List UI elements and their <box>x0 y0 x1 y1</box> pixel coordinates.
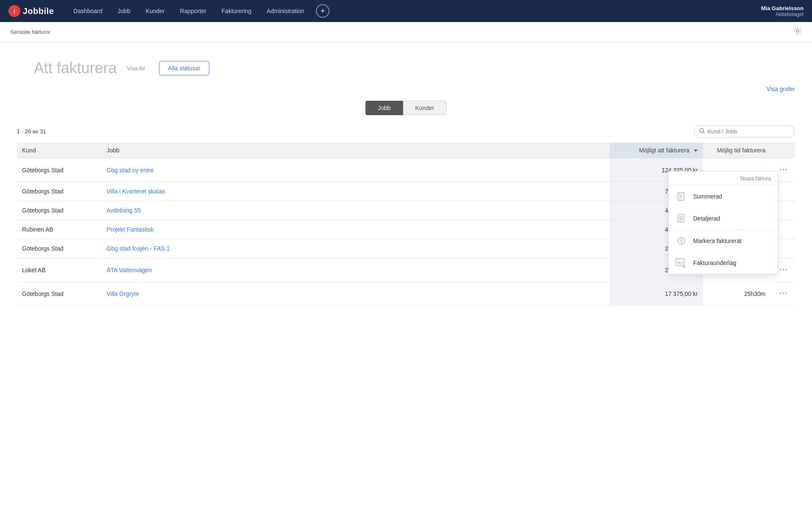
col-header-actions <box>771 143 795 158</box>
visa-grafer-link[interactable]: Visa grafer <box>767 86 795 92</box>
context-menu: Skapa faktura <box>668 171 778 274</box>
cell-jobb[interactable]: Gbg stad ny entre <box>102 158 610 182</box>
menu-item-summerad[interactable]: Summerad <box>669 185 778 207</box>
cell-actions[interactable]: ⋮ Skapa faktura <box>771 158 795 182</box>
data-table: Kund Jobb Möjligt att fakturera Möjlig t… <box>17 143 795 306</box>
menu-label-summerad: Summerad <box>693 193 722 200</box>
tab-kunder[interactable]: Kunder <box>403 101 447 115</box>
main-content: Att fakturera Visa för Alla statusar Vis… <box>0 42 812 508</box>
user-company: Aktiebolaget <box>761 11 804 17</box>
col-header-kund: Kund <box>17 143 102 158</box>
nav-fakturering[interactable]: Fakturering <box>215 4 258 18</box>
menu-item-markera[interactable]: $ Markera fakturerat <box>669 230 778 252</box>
cell-jobb[interactable]: Villa Örgryte <box>102 282 610 306</box>
menu-label-fakturaunderlag: Fakturaunderlag <box>693 260 736 266</box>
visa-grafer-row: Visa grafer <box>0 86 812 97</box>
svg-line-4 <box>703 132 705 134</box>
logo[interactable]: j Jobbile <box>8 5 54 17</box>
status-filter-button[interactable]: Alla statusar <box>159 61 209 75</box>
cell-actions[interactable]: ⋮ <box>771 282 795 306</box>
svg-point-2 <box>796 30 799 32</box>
table-row: Göteborgs Stad Villa Örgryte 17 375,00 k… <box>17 282 795 306</box>
table-controls: 1 - 20 av 31 <box>17 122 795 141</box>
cell-kund: Loket AB <box>17 258 102 282</box>
menu-item-detaljerad[interactable]: Detaljerad <box>669 207 778 229</box>
cell-kund: Rubinen AB <box>17 220 102 239</box>
cell-tid: 25h30m <box>703 282 771 306</box>
nav-administration[interactable]: Administration <box>260 4 311 18</box>
svg-text:j: j <box>14 9 15 14</box>
subheader-title: Senaste fakturor <box>10 29 50 35</box>
row-menu-button[interactable]: ⋮ <box>776 288 790 298</box>
logo-icon: j <box>8 5 20 17</box>
cell-jobb[interactable]: Gbg stad foajén - FAS 1 <box>102 239 610 258</box>
nav-dashboard[interactable]: Dashboard <box>67 4 110 18</box>
svg-point-3 <box>700 129 704 133</box>
context-menu-header: Skapa faktura <box>669 171 778 185</box>
subheader: Senaste fakturor <box>0 22 812 42</box>
cell-möjligt: 17 375,00 kr <box>610 282 703 306</box>
page-header: Att fakturera Visa för Alla statusar <box>0 42 812 86</box>
cell-kund: Göteborgs Stad <box>17 282 102 306</box>
svg-rect-9 <box>678 215 684 222</box>
xls-download-icon: XLS <box>675 257 687 269</box>
doc-detail-icon <box>675 213 687 224</box>
user-name: Mia Gabrielsson <box>761 5 804 11</box>
table-area: 1 - 20 av 31 Kund Jobb Möjligt att faktu… <box>0 122 812 306</box>
svg-text:XLS: XLS <box>677 261 683 264</box>
dollar-circle-icon: $ <box>675 235 687 247</box>
logo-text: Jobbile <box>23 6 54 16</box>
navbar: j Jobbile Dashboard Jobb Kunder Rapporte… <box>0 0 812 22</box>
user-info[interactable]: Mia Gabrielsson Aktiebolaget <box>761 5 804 17</box>
menu-label-markera: Markera fakturerat <box>693 237 741 244</box>
svg-text:$: $ <box>680 239 683 243</box>
cell-kund: Göteborgs Stad <box>17 182 102 201</box>
cell-jobb[interactable]: Projekt Fantastisk <box>102 220 610 239</box>
page-title: Att fakturera <box>34 59 117 77</box>
doc-sum-icon <box>675 190 687 202</box>
cell-jobb[interactable]: Villa i Kvarteret skatan <box>102 182 610 201</box>
col-header-jobb: Jobb <box>102 143 610 158</box>
menu-item-fakturaunderlag[interactable]: XLS Fakturaunderlag <box>669 252 778 274</box>
search-box[interactable] <box>694 125 795 138</box>
menu-label-detaljerad: Detaljerad <box>693 215 720 222</box>
tabs-row: Jobb Kunder <box>0 97 812 122</box>
col-header-möjligt[interactable]: Möjligt att fakturera <box>610 143 703 158</box>
cell-kund: Göteborgs Stad <box>17 201 102 220</box>
search-icon <box>699 128 705 135</box>
nav-rapporter[interactable]: Rapporter <box>173 4 213 18</box>
cell-kund: Göteborgs Stad <box>17 239 102 258</box>
nav-add-button[interactable]: + <box>316 4 329 18</box>
table-row: Göteborgs Stad Gbg stad ny entre 124 325… <box>17 158 795 182</box>
navbar-nav: Dashboard Jobb Kunder Rapporter Fakturer… <box>67 4 761 18</box>
cell-jobb[interactable]: Avdelning 55 <box>102 201 610 220</box>
cell-kund: Göteborgs Stad <box>17 158 102 182</box>
search-input[interactable] <box>708 128 790 135</box>
tab-jobb[interactable]: Jobb <box>365 101 403 115</box>
cell-jobb[interactable]: ÄTA Vattenvägen <box>102 258 610 282</box>
sort-arrow-icon <box>694 149 698 152</box>
nav-jobb[interactable]: Jobb <box>111 4 137 18</box>
col-header-tid: Möjlig tid fakturera <box>703 143 771 158</box>
nav-kunder[interactable]: Kunder <box>139 4 171 18</box>
visa-for-label: Visa för <box>127 65 145 72</box>
settings-icon[interactable] <box>793 27 802 37</box>
pagination-info: 1 - 20 av 31 <box>17 128 46 135</box>
